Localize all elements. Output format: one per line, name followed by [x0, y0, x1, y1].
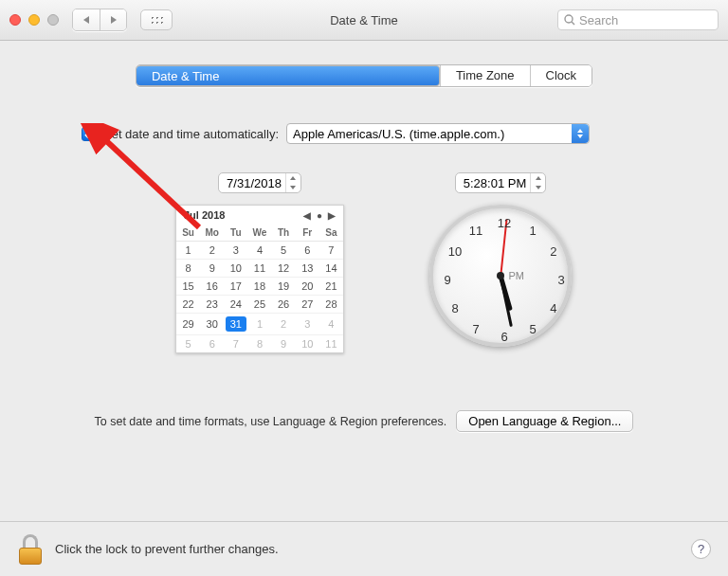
calendar-day[interactable]: 16 [200, 278, 224, 296]
lock-body-icon [19, 548, 42, 565]
calendar-day[interactable]: 10 [296, 335, 319, 353]
tab-clock[interactable]: Clock [530, 65, 592, 86]
calendar-day[interactable]: 20 [296, 278, 319, 296]
calendar-day[interactable]: 8 [176, 260, 200, 278]
tab-date-time[interactable]: Date & Time [136, 65, 440, 86]
calendar-day[interactable]: 11 [319, 335, 343, 353]
search-placeholder: Search [579, 13, 618, 27]
calendar-day[interactable]: 17 [224, 278, 247, 296]
calendar-day[interactable]: 5 [272, 242, 296, 260]
calendar-day[interactable]: 10 [224, 260, 247, 278]
calendar-day[interactable]: 15 [176, 278, 200, 296]
calendar-day[interactable]: 12 [272, 260, 296, 278]
clock-number: 10 [448, 244, 462, 259]
date-stepper-arrows[interactable] [285, 173, 300, 192]
calendar-day[interactable]: 31 [224, 314, 247, 335]
nav-back-forward [72, 9, 127, 31]
help-button[interactable]: ? [691, 539, 711, 559]
select-arrows-icon [572, 124, 589, 143]
clock-number: 6 [500, 330, 507, 344]
svg-point-0 [565, 15, 573, 23]
main-pane: Date & Time Time Zone Clock Set date and… [0, 41, 728, 451]
calendar-day[interactable]: 24 [224, 296, 247, 314]
calendar-day[interactable]: 2 [200, 242, 224, 260]
time-input[interactable]: 5:28:01 PM [455, 172, 547, 193]
calendar-day[interactable]: 8 [247, 335, 271, 353]
calendar-day[interactable]: 25 [247, 296, 271, 314]
window-title: Date & Time [330, 13, 398, 27]
calendar-dow: Tu [224, 225, 247, 242]
lock-hint: Click the lock to prevent further change… [55, 542, 279, 556]
calendar-day[interactable]: 6 [296, 242, 319, 260]
calendar-prev-icon[interactable]: ◀ [303, 210, 311, 221]
calendar-day[interactable]: 5 [176, 335, 200, 353]
chevron-left-icon [83, 16, 89, 24]
calendar-dow: Fr [296, 225, 319, 242]
calendar-day[interactable]: 7 [319, 242, 343, 260]
clock-number: 9 [444, 273, 450, 287]
calendar-nav: ◀ ● ▶ [303, 210, 336, 221]
clock-number: 8 [451, 301, 458, 315]
clock-number: 12 [498, 216, 511, 230]
minimize-window-button[interactable] [28, 14, 40, 26]
calendar-day[interactable]: 26 [272, 296, 296, 314]
time-column: 5:28:01 PM PM 121234567891011 [429, 172, 572, 353]
calendar-day[interactable]: 1 [247, 314, 271, 335]
svg-line-1 [572, 22, 574, 25]
clock-number: 3 [557, 273, 564, 287]
open-language-region-button[interactable]: Open Language & Region... [456, 410, 633, 432]
chevron-right-icon [111, 16, 117, 24]
calendar-day[interactable]: 30 [200, 314, 224, 335]
calendar-day[interactable]: 14 [319, 260, 343, 278]
back-button[interactable] [73, 9, 100, 30]
calendar-dow: Su [176, 225, 200, 242]
calendar-day[interactable]: 11 [247, 260, 271, 278]
grid-icon [150, 15, 163, 25]
calendar-day[interactable]: 9 [272, 335, 296, 353]
clock-pivot [497, 272, 504, 279]
close-window-button[interactable] [9, 14, 21, 26]
auto-time-checkbox[interactable] [82, 127, 96, 141]
tab-bar: Date & Time Time Zone Clock [28, 64, 700, 87]
calendar-day[interactable]: 1 [176, 242, 200, 260]
date-input[interactable]: 7/31/2018 [218, 172, 301, 193]
time-server-select[interactable]: Apple Americas/U.S. (time.apple.com.) [286, 123, 590, 144]
calendar[interactable]: Jul 2018 ◀ ● ▶ SuMoTuWeThFrSa 1234567891… [175, 205, 344, 353]
clock-number: 4 [550, 301, 556, 315]
clock-ampm: PM [509, 270, 525, 281]
calendar-day[interactable]: 28 [319, 296, 343, 314]
calendar-day[interactable]: 6 [200, 335, 224, 353]
calendar-dow: We [247, 225, 271, 242]
calendar-day[interactable]: 27 [296, 296, 319, 314]
auto-time-row: Set date and time automatically: Apple A… [82, 123, 700, 144]
calendar-day[interactable]: 22 [176, 296, 200, 314]
calendar-next-icon[interactable]: ▶ [328, 210, 336, 221]
titlebar: Date & Time Search [0, 0, 728, 41]
calendar-day[interactable]: 18 [247, 278, 271, 296]
calendar-day[interactable]: 13 [296, 260, 319, 278]
calendar-today-icon[interactable]: ● [317, 210, 322, 221]
clock-number: 5 [529, 321, 536, 335]
show-all-button[interactable] [140, 9, 173, 30]
calendar-day[interactable]: 23 [200, 296, 224, 314]
calendar-day[interactable]: 3 [296, 314, 319, 335]
calendar-day[interactable]: 21 [319, 278, 343, 296]
tab-time-zone[interactable]: Time Zone [440, 65, 530, 86]
calendar-dow: Mo [200, 225, 224, 242]
calendar-day[interactable]: 3 [224, 242, 247, 260]
calendar-day[interactable]: 29 [176, 314, 200, 335]
time-server-value: Apple Americas/U.S. (time.apple.com.) [293, 127, 504, 141]
forward-button[interactable] [100, 9, 126, 30]
calendar-day[interactable]: 7 [224, 335, 247, 353]
calendar-day[interactable]: 4 [247, 242, 271, 260]
clock-number: 2 [550, 244, 556, 259]
zoom-window-button[interactable] [47, 14, 59, 26]
calendar-day[interactable]: 2 [272, 314, 296, 335]
time-stepper-arrows[interactable] [530, 173, 545, 192]
footer: Click the lock to prevent further change… [0, 521, 728, 576]
calendar-day[interactable]: 9 [200, 260, 224, 278]
calendar-day[interactable]: 19 [272, 278, 296, 296]
search-field[interactable]: Search [557, 9, 719, 30]
calendar-day[interactable]: 4 [319, 314, 343, 335]
lock-button[interactable] [17, 534, 44, 565]
